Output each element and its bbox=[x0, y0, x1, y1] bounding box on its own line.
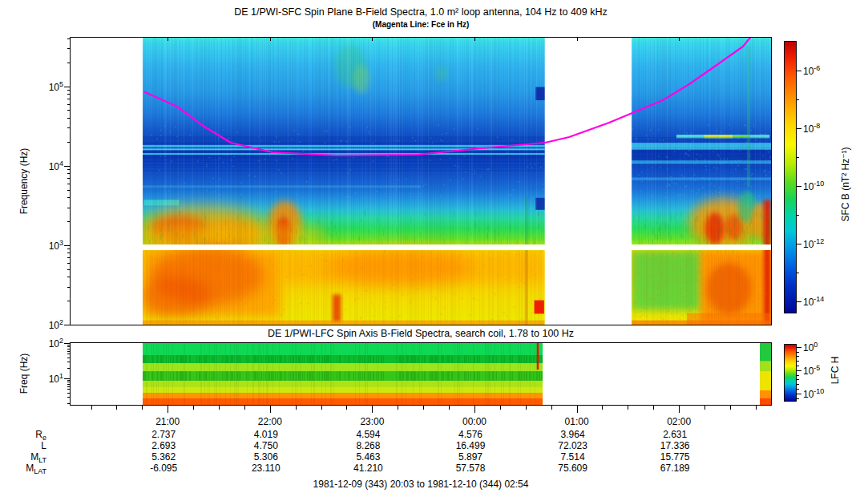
ephemeris-value: 16.499 bbox=[434, 440, 507, 451]
sfc-cbar-tick-label: 10-12 bbox=[803, 237, 824, 250]
sfc-y-minor-tick bbox=[67, 208, 71, 208]
hour-label: 02:00 bbox=[661, 416, 696, 427]
sfc-top-tick bbox=[474, 38, 475, 41]
sfc-y-minor-tick bbox=[67, 253, 71, 253]
sfc-cbar-tick-label: 10-14 bbox=[803, 295, 824, 308]
lfc-cbar-minor-tick bbox=[796, 356, 799, 357]
sfc-y-minor-tick bbox=[67, 48, 71, 49]
x-minor-tick bbox=[526, 406, 527, 410]
lfc-y-minor-tick bbox=[67, 397, 71, 398]
lfc-cbar-tick-label: 10-10 bbox=[803, 387, 824, 400]
x-minor-tick bbox=[193, 406, 194, 410]
lfc-y-minor-tick bbox=[67, 345, 71, 345]
sfc-y-minor-tick bbox=[67, 190, 71, 191]
lfc-cbar-tick-label: 100 bbox=[803, 341, 818, 354]
ephemeris-value: 5.897 bbox=[434, 451, 507, 463]
x-minor-tick bbox=[91, 406, 92, 410]
sfc-cbar-minor-tick bbox=[796, 215, 799, 216]
ephemeris-value: 2.737 bbox=[127, 429, 200, 440]
lfc-y-minor-tick bbox=[67, 362, 71, 362]
lfc-y-minor-tick bbox=[67, 351, 71, 352]
plot-page: DE 1/PWI-SFC Spin Plane B-Field Spectra,… bbox=[0, 0, 868, 497]
sfc-y-major-tick bbox=[64, 166, 71, 167]
lfc-y-minor-tick bbox=[67, 393, 71, 394]
hour-label: 21:00 bbox=[150, 416, 185, 427]
lfc-y-minor-tick bbox=[67, 380, 71, 381]
ephemeris-value: 4.750 bbox=[230, 440, 302, 451]
ephemeris-value: 5.306 bbox=[230, 451, 302, 463]
sfc-y-minor-tick bbox=[67, 127, 71, 128]
x-major-tick bbox=[679, 406, 680, 413]
ephemeris-value: 2.693 bbox=[127, 440, 200, 451]
sfc-y-minor-tick bbox=[67, 90, 71, 91]
lfc-y-minor-tick bbox=[67, 358, 71, 358]
lfc-spectrogram-canvas bbox=[71, 343, 771, 405]
ephemeris-value: 23.110 bbox=[230, 463, 302, 474]
ephemeris-value: 3.964 bbox=[537, 429, 609, 440]
sfc-spectrogram-canvas bbox=[71, 38, 771, 325]
x-minor-tick bbox=[296, 406, 297, 410]
x-major-tick bbox=[474, 406, 475, 413]
x-minor-tick bbox=[321, 406, 322, 410]
sfc-cbar-tick-label: 10-8 bbox=[803, 122, 820, 135]
hour-label: 00:00 bbox=[457, 416, 492, 427]
sfc-y-minor-tick bbox=[67, 99, 71, 99]
x-minor-tick bbox=[756, 406, 757, 410]
lfc-frequency-axis-label: Freq (Hz) bbox=[18, 354, 30, 394]
x-minor-tick bbox=[346, 406, 347, 410]
x-minor-tick bbox=[423, 406, 424, 410]
x-major-tick bbox=[372, 406, 373, 413]
sfc-title: DE 1/PWI-SFC Spin Plane B-Field Spectra,… bbox=[71, 6, 771, 18]
sfc-colorbar bbox=[784, 41, 797, 313]
ephemeris-value: 4.576 bbox=[434, 429, 507, 440]
sfc-y-minor-tick bbox=[67, 178, 71, 179]
ephemeris-value: 75.609 bbox=[537, 463, 609, 474]
sfc-y-minor-tick bbox=[67, 169, 71, 170]
ephemeris-row-label: MLAT bbox=[6, 463, 46, 475]
x-minor-tick bbox=[602, 406, 603, 410]
lfc-y-minor-tick bbox=[67, 389, 71, 390]
sfc-cbar-minor-tick bbox=[796, 273, 799, 273]
ephemeris-value: 72.023 bbox=[537, 440, 609, 451]
sfc-y-minor-tick bbox=[67, 110, 71, 111]
sfc-ytick-label: 104 bbox=[46, 160, 63, 172]
ephemeris-value: 7.514 bbox=[537, 451, 609, 463]
sfc-frequency-axis-label: Frequency (Hz) bbox=[18, 148, 30, 215]
lfc-cbar-minor-tick bbox=[796, 361, 799, 362]
x-minor-tick bbox=[500, 406, 501, 410]
sfc-y-minor-tick bbox=[67, 269, 71, 270]
sfc-colorbar-label: SFC B (nT² Hz⁻¹) bbox=[840, 147, 851, 222]
x-minor-tick bbox=[628, 406, 628, 410]
lfc-spectrogram-panel bbox=[70, 342, 772, 406]
lfc-y-minor-tick bbox=[67, 346, 71, 347]
x-minor-tick bbox=[398, 406, 398, 410]
lfc-ytick-label: 101 bbox=[46, 372, 63, 385]
x-minor-tick bbox=[116, 406, 117, 410]
sfc-ytick-label: 105 bbox=[46, 80, 63, 93]
sfc-y-minor-tick bbox=[67, 197, 71, 198]
lfc-y-minor-tick bbox=[67, 349, 71, 350]
lfc-cbar-minor-tick bbox=[796, 379, 799, 380]
ephemeris-value: 4.594 bbox=[332, 429, 404, 440]
sfc-y-minor-tick bbox=[67, 277, 71, 277]
lfc-cbar-minor-tick bbox=[796, 384, 799, 385]
sfc-cbar-tick bbox=[796, 128, 801, 129]
ephemeris-value: 2.631 bbox=[639, 429, 711, 440]
sfc-spectrogram-panel bbox=[70, 37, 772, 325]
hour-label: 01:00 bbox=[559, 416, 595, 427]
sfc-y-minor-tick bbox=[67, 221, 71, 222]
sfc-y-minor-tick bbox=[67, 118, 71, 119]
sfc-cbar-tick bbox=[796, 71, 801, 71]
lfc-cbar-minor-tick bbox=[796, 398, 799, 399]
time-range-footer: 1981-12-09 (343) 20:03 to 1981-12-10 (34… bbox=[71, 479, 771, 490]
lfc-colorbar bbox=[784, 344, 797, 402]
lfc-cbar-minor-tick bbox=[796, 352, 799, 353]
x-minor-tick bbox=[551, 406, 552, 410]
x-minor-tick bbox=[730, 406, 731, 410]
sfc-cbar-tick-label: 10-10 bbox=[803, 180, 824, 192]
sfc-cbar-tick bbox=[796, 186, 801, 187]
x-minor-tick bbox=[449, 406, 450, 410]
ephemeris-value: 17.336 bbox=[639, 440, 711, 451]
sfc-y-major-tick bbox=[64, 245, 71, 246]
ephemeris-value: 15.775 bbox=[639, 451, 711, 463]
